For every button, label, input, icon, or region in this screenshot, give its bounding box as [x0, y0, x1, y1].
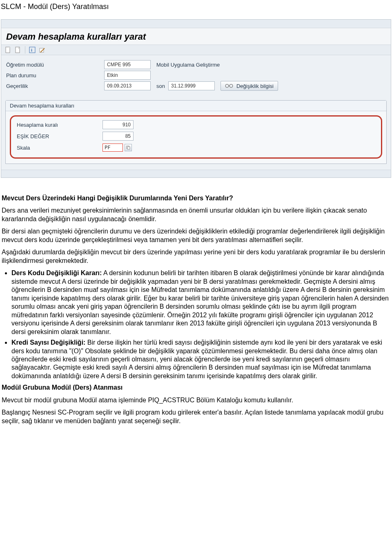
doc-top-title: SLCM - Modül (Ders) Yaratılması	[1, 2, 392, 11]
svg-point-8	[225, 84, 229, 87]
rules-section: Devam hesaplama kuralları Hesaplama kura…	[5, 100, 387, 164]
bullet-list: Ders Kodu Değişikliği Kararı: A dersinin…	[2, 269, 390, 380]
validity-end-label: son	[156, 83, 165, 89]
paragraph-1: Ders ana verileri mezuniyet gereksinimle…	[2, 206, 390, 223]
list-item: Kredi Sayısı Değişikliği: Bir derse iliş…	[11, 339, 390, 380]
svg-point-9	[229, 84, 233, 87]
glasses-icon	[225, 83, 233, 88]
document-new-icon[interactable]	[4, 46, 12, 54]
window-title: Devam hesaplama kuralları yarat	[1, 28, 391, 45]
paragraph-4: Mevcut bir modül grubuna Modül atama işl…	[2, 396, 390, 404]
plan-status-label: Plan durumu	[5, 72, 104, 78]
rules-section-header: Devam hesaplama kuralları	[6, 101, 386, 111]
li1-text: A dersinin kodunun belirli bir tarihten …	[11, 269, 389, 335]
svg-rect-6	[40, 48, 44, 52]
heading-change-cases: Mevcut Ders Üzerindeki Hangi Değişiklik …	[2, 194, 390, 202]
document-icon[interactable]	[14, 46, 22, 54]
info-icon[interactable]: i	[29, 46, 36, 54]
valid-to-field[interactable]: 31.12.9999	[168, 81, 215, 90]
module-code-field[interactable]: CMPE 995	[104, 60, 151, 69]
threshold-label: EŞİK DEĞER	[16, 133, 102, 139]
highlighted-callout: Hesaplama kuralı 910 EŞİK DEĞER 85 Skala…	[10, 115, 382, 159]
paragraph-5: Başlangıç Nesnesi SC-Program seçilir ve …	[2, 408, 390, 425]
module-desc: Mobil Uygulama Geliştirme	[156, 62, 220, 68]
prose-section: Mevcut Ders Üzerindeki Hangi Değişiklik …	[2, 194, 390, 425]
plan-status-field[interactable]: Etkin	[104, 71, 151, 80]
list-item: Ders Kodu Değişikliği Kararı: A dersinin…	[11, 269, 390, 336]
scale-label: Skala	[16, 145, 102, 151]
svg-rect-0	[6, 47, 10, 53]
svg-text:i: i	[31, 47, 32, 52]
calc-rule-label: Hesaplama kuralı	[16, 122, 102, 128]
heading-module-assign: Modül Grubuna Modül (Ders) Atanması	[2, 384, 390, 392]
calc-rule-field[interactable]: 910	[102, 120, 134, 129]
sap-window: Devam hesaplama kuralları yarat i Öğreti…	[1, 19, 391, 178]
paragraph-3: Aşağıdaki durumlarda değişikliğin mevcut…	[2, 248, 390, 265]
paragraph-2: Bir dersi alan geçmişteki öğrencilerin d…	[2, 227, 390, 244]
validity-label: Geçerlilik	[5, 83, 104, 89]
window-frame-bar	[1, 20, 391, 28]
svg-rect-12	[127, 147, 130, 149]
module-label: Öğretim modülü	[5, 62, 104, 68]
threshold-field[interactable]: 85	[102, 132, 134, 141]
window-bottom-bar	[1, 170, 391, 177]
li1-label: Ders Kodu Değişikliği Kararı:	[11, 269, 102, 276]
change-info-button[interactable]: Değişiklik bilgisi	[220, 81, 278, 91]
form-body: Öğretim modülü CMPE 995 Mobil Uygulama G…	[1, 55, 391, 170]
toolbar-separator	[25, 46, 25, 54]
scale-field[interactable]: PF	[102, 144, 123, 152]
valid-from-field[interactable]: 09.09.2013	[104, 81, 151, 90]
toolbar: i	[1, 45, 391, 55]
change-info-label: Değişiklik bilgisi	[236, 83, 274, 89]
edit-icon[interactable]	[38, 46, 46, 54]
value-help-icon[interactable]	[125, 144, 132, 151]
li2-label: Kredi Sayısı Değişikliği:	[11, 339, 85, 346]
